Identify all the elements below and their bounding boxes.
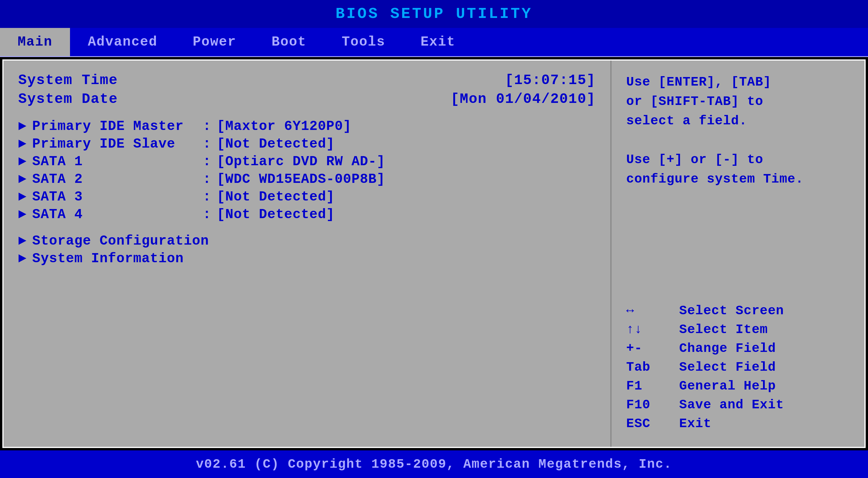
system-time-label: System Time (18, 72, 118, 88)
submenu-arrow-icon: ► (18, 251, 27, 266)
shortcut-row: F1General Help (626, 379, 850, 393)
device-row[interactable]: ►SATA 4:[Not Detected] (18, 207, 596, 222)
device-row[interactable]: ►SATA 3:[Not Detected] (18, 189, 596, 204)
device-value: [Maxtor 6Y120P0] (217, 119, 351, 134)
devices-container: ►Primary IDE Master:[Maxtor 6Y120P0]►Pri… (18, 119, 596, 222)
device-name: SATA 2 (32, 172, 203, 187)
title-bar: BIOS SETUP UTILITY (0, 0, 868, 28)
shortcut-key: F1 (626, 379, 679, 393)
device-arrow-icon: ► (18, 136, 27, 152)
shortcut-key: Tab (626, 360, 679, 375)
device-colon: : (203, 172, 211, 187)
device-value: [Optiarc DVD RW AD-] (217, 154, 385, 169)
help-line3: select a field. (626, 111, 850, 130)
main-area: System Time [15:07:15] System Date [Mon … (2, 59, 866, 448)
nav-item-advanced[interactable]: Advanced (70, 28, 175, 56)
shortcut-key: F10 (626, 397, 679, 412)
system-date-label: System Date (18, 91, 118, 107)
shortcut-row: F10Save and Exit (626, 397, 850, 412)
help-line6: configure system Time. (626, 169, 850, 189)
nav-item-tools[interactable]: Tools (324, 28, 403, 56)
device-colon: : (203, 136, 211, 152)
shortcut-desc: Select Field (679, 360, 776, 375)
shortcut-key: ESC (626, 416, 679, 431)
device-arrow-icon: ► (18, 172, 27, 187)
title-text: BIOS SETUP UTILITY (336, 5, 533, 23)
submenu-row[interactable]: ►System Information (18, 251, 596, 266)
submenus-container: ►Storage Configuration►System Informatio… (18, 233, 596, 266)
footer: v02.61 (C) Copyright 1985-2009, American… (0, 450, 868, 478)
left-panel: System Time [15:07:15] System Date [Mon … (3, 61, 612, 447)
nav-item-boot[interactable]: Boot (254, 28, 324, 56)
shortcut-desc: Select Screen (679, 304, 784, 318)
shortcut-desc: Select Item (679, 322, 768, 337)
device-name: SATA 4 (32, 207, 203, 222)
device-row[interactable]: ►SATA 2:[WDC WD15EADS-00P8B] (18, 172, 596, 187)
shortcut-key: ↑↓ (626, 322, 679, 337)
nav-item-power[interactable]: Power (175, 28, 254, 56)
system-time-value[interactable]: [15:07:15] (505, 72, 596, 88)
device-value: [Not Detected] (217, 136, 335, 152)
device-value: [Not Detected] (217, 207, 335, 222)
shortcuts-section: ↔Select Screen↑↓Select Item+-Change Fiel… (626, 304, 850, 435)
shortcut-row: ↔Select Screen (626, 304, 850, 318)
device-arrow-icon: ► (18, 154, 27, 169)
shortcut-desc: Exit (679, 416, 712, 431)
shortcut-desc: Save and Exit (679, 397, 784, 412)
help-line2: or [SHIFT-TAB] to (626, 92, 850, 111)
device-name: Primary IDE Slave (32, 136, 203, 152)
device-name: SATA 3 (32, 189, 203, 204)
device-arrow-icon: ► (18, 189, 27, 204)
shortcut-desc: Change Field (679, 341, 776, 356)
shortcut-row: ↑↓Select Item (626, 322, 850, 337)
device-colon: : (203, 154, 211, 169)
shortcut-row: +-Change Field (626, 341, 850, 356)
footer-text: v02.61 (C) Copyright 1985-2009, American… (196, 457, 672, 472)
shortcut-row: TabSelect Field (626, 360, 850, 375)
device-value: [WDC WD15EADS-00P8B] (217, 172, 385, 187)
help-line5: Use [+] or [-] to (626, 150, 850, 169)
device-colon: : (203, 119, 211, 134)
submenu-name: System Information (32, 251, 203, 266)
nav-bar: MainAdvancedPowerBootToolsExit (0, 28, 868, 57)
device-colon: : (203, 189, 211, 204)
system-date-value[interactable]: [Mon 01/04/2010] (451, 91, 596, 107)
help-line1: Use [ENTER], [TAB] (626, 72, 850, 92)
shortcut-key: ↔ (626, 304, 679, 318)
shortcut-row: ESCExit (626, 416, 850, 431)
device-row[interactable]: ►Primary IDE Master:[Maxtor 6Y120P0] (18, 119, 596, 134)
right-panel: Use [ENTER], [TAB] or [SHIFT-TAB] to sel… (612, 61, 865, 447)
nav-item-main[interactable]: Main (0, 28, 70, 56)
help-text: Use [ENTER], [TAB] or [SHIFT-TAB] to sel… (626, 72, 850, 189)
device-value: [Not Detected] (217, 189, 335, 204)
submenu-row[interactable]: ►Storage Configuration (18, 233, 596, 249)
shortcut-desc: General Help (679, 379, 776, 393)
device-name: SATA 1 (32, 154, 203, 169)
bios-screen: BIOS SETUP UTILITY MainAdvancedPowerBoot… (0, 0, 868, 478)
device-row[interactable]: ►SATA 1:[Optiarc DVD RW AD-] (18, 154, 596, 169)
submenu-arrow-icon: ► (18, 233, 27, 249)
submenu-name: Storage Configuration (32, 233, 209, 249)
device-arrow-icon: ► (18, 207, 27, 222)
device-colon: : (203, 207, 211, 222)
shortcut-key: +- (626, 341, 679, 356)
device-name: Primary IDE Master (32, 119, 203, 134)
system-time-row: System Time [15:07:15] (18, 72, 596, 88)
system-date-row: System Date [Mon 01/04/2010] (18, 91, 596, 107)
device-row[interactable]: ►Primary IDE Slave:[Not Detected] (18, 136, 596, 152)
device-arrow-icon: ► (18, 119, 27, 134)
nav-item-exit[interactable]: Exit (403, 28, 473, 56)
